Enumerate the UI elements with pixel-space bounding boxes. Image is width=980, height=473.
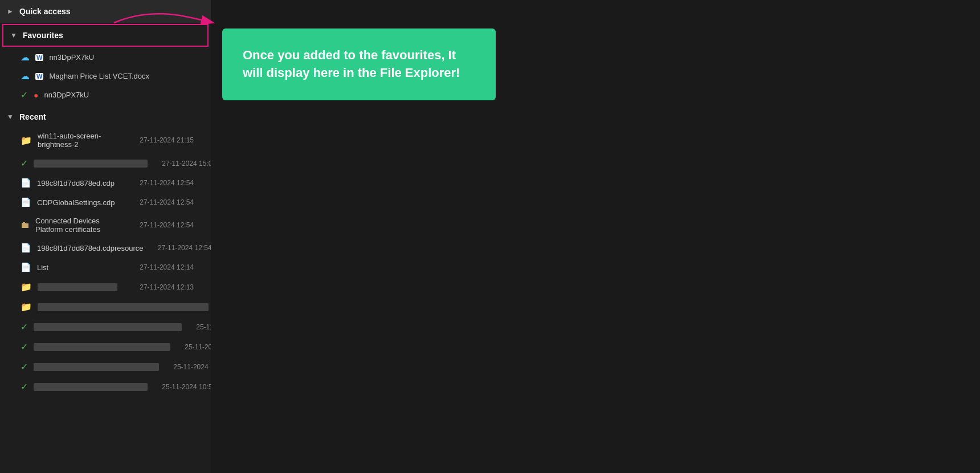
recent-item-3[interactable]: 📄 CDPGlobalSettings.cdp 27-11-2024 12:54 [0, 193, 211, 212]
fav-item-2[interactable]: ✓ ● nn3DpPX7kU [0, 85, 211, 104]
main-content-area: Once you added to the favourites, It wil… [211, 0, 980, 473]
recent-item-name-2: 198c8f1d7dd878ed.cdp [37, 179, 115, 187]
recent-item-name-5: 198c8f1d7dd878ed.cdpresource [37, 244, 143, 252]
recent-item-time-9: 25-11-2024 11:10 [182, 323, 211, 331]
file-icon-r5: 📄 [21, 243, 31, 253]
favourites-tooltip: Once you added to the favourites, It wil… [222, 28, 496, 100]
fav-item-name-1: Magham Price List VCET.docx [49, 72, 149, 80]
recent-item-time-6: 27-11-2024 12:14 [125, 263, 205, 271]
favourites-section-header[interactable]: ▼ Favourites [2, 24, 209, 47]
recent-item-7[interactable]: 📁 27-11-2024 12:13 [0, 277, 211, 297]
recent-item-6[interactable]: 📄 List 27-11-2024 12:14 [0, 258, 211, 277]
cloud-icon-1: ☁ [21, 71, 30, 81]
recent-item-time-0: 27-11-2024 21:15 [125, 136, 205, 144]
fav-item-1[interactable]: ☁ W Magham Price List VCET.docx [0, 67, 211, 85]
recent-item-time-5: 27-11-2024 12:54 [143, 244, 211, 252]
file-icon-r2: 📄 [21, 178, 31, 188]
recent-item-8[interactable]: 📁 26-11-2024 10:46 [0, 297, 211, 317]
favourites-chevron-icon: ▼ [9, 31, 18, 40]
check-icon-r1: ✓ [21, 158, 28, 169]
check-icon-r9: ✓ [21, 321, 28, 332]
blurred-name-12 [34, 383, 148, 391]
favourites-label: Favourites [23, 31, 63, 40]
recent-item-1[interactable]: ✓ 27-11-2024 15:00 [0, 153, 211, 173]
folder-icon-r7: 📁 [21, 282, 32, 292]
blurred-name-10 [34, 343, 170, 351]
check-icon-r12: ✓ [21, 381, 28, 392]
recent-item-time-1: 27-11-2024 15:00 [148, 160, 211, 168]
cloud-icon-0: ☁ [21, 52, 30, 63]
chrome-icon-2: ● [34, 91, 38, 100]
recent-item-name-3: CDPGlobalSettings.cdp [37, 198, 115, 207]
recent-item-name-6: List [37, 263, 48, 272]
recent-item-time-7: 27-11-2024 12:13 [125, 283, 205, 291]
recent-item-time-4: 27-11-2024 12:54 [125, 221, 205, 229]
recent-item-9[interactable]: ✓ 25-11-2024 11:10 [0, 317, 211, 337]
recent-label: Recent [19, 112, 46, 121]
blurred-name-8 [38, 303, 209, 311]
recent-item-name-0: win11-auto-screen-brightness-2 [38, 132, 125, 149]
recent-section-header[interactable]: ▼ Recent [0, 107, 211, 127]
quick-access-chevron-icon: ► [6, 7, 15, 16]
quick-access-label: Quick access [19, 7, 71, 16]
check-icon-2: ✓ [21, 89, 28, 100]
check-icon-r10: ✓ [21, 341, 28, 352]
recent-chevron-icon: ▼ [6, 112, 15, 121]
folder-special-icon-r4: 🖿 [21, 220, 30, 230]
fav-item-name-2: nn3DpPX7kU [44, 91, 89, 99]
fav-item-name-0: nn3DpPX7kU [49, 53, 94, 62]
word-icon-0: W [35, 54, 43, 61]
file-icon-r3: 📄 [21, 197, 31, 207]
quick-access-row[interactable]: ► Quick access [0, 0, 211, 23]
blurred-name-11 [34, 363, 159, 371]
recent-item-5[interactable]: 📄 198c8f1d7dd878ed.cdpresource 27-11-202… [0, 238, 211, 258]
recent-item-name-4: Connected Devices Platform certificates [35, 217, 125, 234]
recent-item-2[interactable]: 📄 198c8f1d7dd878ed.cdp 27-11-2024 12:54 [0, 173, 211, 193]
folder-icon-r0: 📁 [21, 135, 32, 146]
recent-item-10[interactable]: ✓ 25-11-2024 11:07 [0, 337, 211, 357]
recent-item-11[interactable]: ✓ 25-11-2024 11:06 [0, 357, 211, 377]
recent-item-time-12: 25-11-2024 10:55 [148, 383, 211, 391]
blurred-name-1 [34, 160, 148, 168]
fav-item-0[interactable]: ☁ W nn3DpPX7kU [0, 48, 211, 67]
tooltip-text: Once you added to the favourites, It wil… [243, 48, 460, 80]
folder-icon-r8: 📁 [21, 301, 32, 312]
recent-item-time-3: 27-11-2024 12:54 [125, 198, 205, 206]
check-icon-r11: ✓ [21, 361, 28, 372]
recent-item-time-10: 25-11-2024 11:07 [170, 343, 211, 351]
sidebar: ► Quick access ▼ Favourites ☁ W nn3DpPX7… [0, 0, 211, 473]
recent-item-4[interactable]: 🖿 Connected Devices Platform certificate… [0, 212, 211, 238]
blurred-name-7 [38, 283, 117, 291]
blurred-name-9 [34, 323, 182, 331]
recent-item-time-11: 25-11-2024 11:06 [159, 363, 211, 371]
recent-item-0[interactable]: 📁 win11-auto-screen-brightness-2 27-11-2… [0, 127, 211, 153]
recent-item-time-2: 27-11-2024 12:54 [125, 179, 205, 187]
file-icon-r6: 📄 [21, 262, 31, 272]
recent-item-12[interactable]: ✓ 25-11-2024 10:55 [0, 377, 211, 397]
word-icon-1: W [35, 73, 43, 80]
